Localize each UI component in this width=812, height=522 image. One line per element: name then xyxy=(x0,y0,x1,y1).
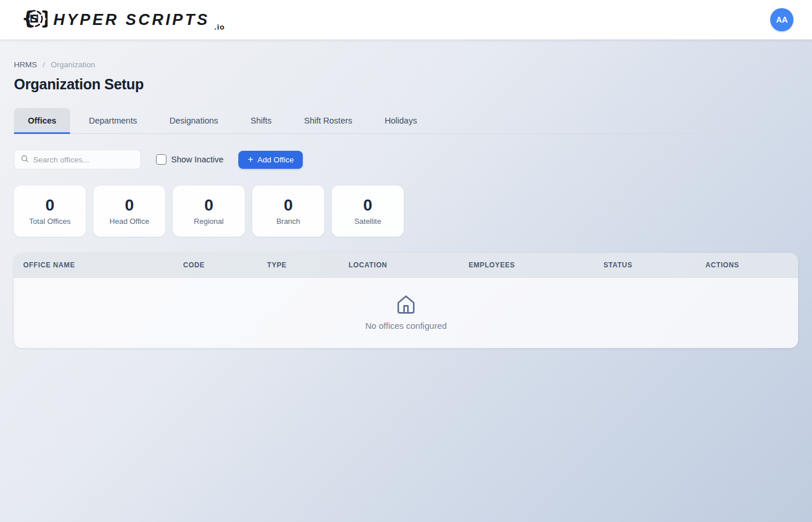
stat-card-branch: 0 Branch xyxy=(252,186,324,237)
empty-state-message: No offices configured xyxy=(365,321,447,331)
stat-label: Total Offices xyxy=(29,217,70,226)
logo-suffix: .io xyxy=(215,23,225,34)
column-header-actions: Actions xyxy=(696,253,798,277)
office-stats: 0 Total Offices 0 Head Office 0 Regional… xyxy=(14,186,798,237)
stat-label: Head Office xyxy=(110,217,149,226)
page-content: HRMS / Organization Organization Setup O… xyxy=(0,39,812,348)
search-icon xyxy=(20,154,29,165)
stat-value: 0 xyxy=(363,197,372,213)
tab-shift-rosters[interactable]: Shift Rosters xyxy=(290,108,366,133)
stat-card-regional: 0 Regional xyxy=(173,186,245,237)
show-inactive-checkbox[interactable] xyxy=(156,154,166,165)
stat-value: 0 xyxy=(204,197,213,213)
svg-text:}: } xyxy=(40,7,48,29)
page-title: Organization Setup xyxy=(14,76,798,93)
stat-label: Satellite xyxy=(354,217,381,226)
stat-label: Regional xyxy=(194,217,223,226)
search-box[interactable] xyxy=(14,150,141,169)
column-header-location: Location xyxy=(339,253,459,277)
add-office-button[interactable]: + Add Office xyxy=(238,151,303,169)
breadcrumb-organization: Organization xyxy=(51,60,96,69)
plus-icon: + xyxy=(248,155,253,164)
column-header-code: Code xyxy=(174,253,258,277)
show-inactive-group: Show Inactive xyxy=(156,154,223,165)
column-header-status: Status xyxy=(594,253,696,277)
offices-table: Office Name Code Type Location Employees… xyxy=(14,253,798,348)
table-header-row: Office Name Code Type Location Employees… xyxy=(14,253,798,278)
stat-value: 0 xyxy=(125,197,134,213)
stat-card-head-office: 0 Head Office xyxy=(93,186,165,237)
stat-card-total-offices: 0 Total Offices xyxy=(14,186,86,237)
breadcrumb: HRMS / Organization xyxy=(14,60,798,69)
table-body: No offices configured xyxy=(14,278,798,348)
user-avatar[interactable]: AA xyxy=(770,8,793,31)
breadcrumb-hrms[interactable]: HRMS xyxy=(14,60,37,69)
tab-designations[interactable]: Designations xyxy=(155,108,232,133)
search-input[interactable] xyxy=(33,155,135,164)
svg-text:S: S xyxy=(30,12,38,25)
logo-wordmark: HYPER SCRIPTS xyxy=(53,11,210,29)
home-icon xyxy=(394,293,418,316)
tab-departments[interactable]: Departments xyxy=(75,108,151,133)
tab-holidays[interactable]: Holidays xyxy=(371,108,431,133)
add-office-label: Add Office xyxy=(258,155,294,164)
stat-card-satellite: 0 Satellite xyxy=(332,186,404,237)
app-logo[interactable]: { } S HYPER SCRIPTS .io xyxy=(21,6,225,34)
tab-shifts[interactable]: Shifts xyxy=(237,108,285,133)
offices-toolbar: Show Inactive + Add Office xyxy=(14,150,798,169)
tab-offices[interactable]: Offices xyxy=(14,108,70,133)
stat-label: Branch xyxy=(276,217,300,226)
column-header-office-name: Office Name xyxy=(14,253,174,277)
column-header-type: Type xyxy=(258,253,339,277)
logo-brace-s-icon: { } S xyxy=(21,6,48,34)
column-header-employees: Employees xyxy=(459,253,594,277)
top-header-bar: { } S HYPER SCRIPTS .io AA xyxy=(0,0,812,39)
breadcrumb-separator: / xyxy=(43,60,45,69)
stat-value: 0 xyxy=(45,197,55,213)
empty-state: No offices configured xyxy=(365,285,447,341)
show-inactive-label[interactable]: Show Inactive xyxy=(171,155,223,164)
organization-tabs: Offices Departments Designations Shifts … xyxy=(14,108,798,134)
stat-value: 0 xyxy=(284,197,293,213)
